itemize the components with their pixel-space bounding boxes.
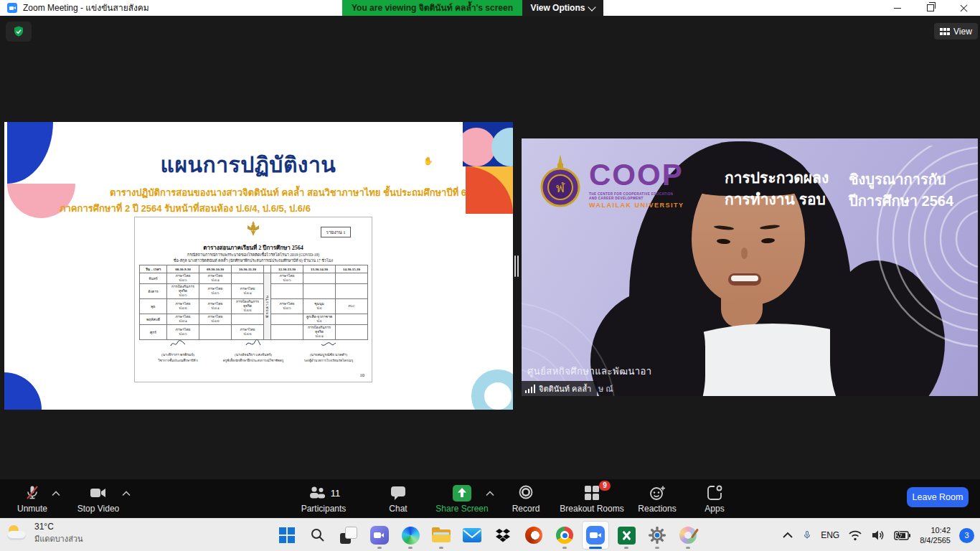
taskbar-dropbox-app[interactable] (490, 522, 516, 549)
apps-button[interactable]: Apps (672, 484, 758, 514)
taskbar-edge-app[interactable] (397, 522, 423, 549)
speaker-video-tile: ฬ COOP THE CENTER FOR COOPERATIVE EDUCAT… (522, 138, 978, 396)
notification-badge[interactable]: 3 (959, 528, 974, 543)
chevron-down-icon (588, 3, 596, 11)
restore-button[interactable] (918, 0, 943, 16)
timetable-cell (336, 284, 368, 299)
tray-chevron-up-icon[interactable] (782, 532, 793, 539)
clock[interactable]: 10:42 8/4/2565 (920, 525, 951, 546)
apps-icon (706, 484, 723, 501)
signature-block: (นางจิราภา พรพิรมย์) วิชาการชั้นประถมศึก… (142, 338, 364, 363)
panel-resize-handle[interactable] (514, 255, 519, 277)
taskbar-mail-app[interactable] (459, 522, 485, 549)
excel-icon (618, 527, 636, 545)
window-titlebar: Zoom Meeting - แข่งขันสายสังคม You are v… (0, 0, 980, 16)
timetable-row: พุธ ภาษาไทย ป.6/6 ภาษาไทย ป.6/4 การป้องก… (140, 299, 368, 314)
signature-2: (นางอัจฉรียา แสงจันทร์) ครูพี่เลี้ยงนักศ… (217, 338, 289, 363)
day-cell: พุธ (140, 299, 167, 314)
taskbar-icons (274, 522, 701, 549)
search-button[interactable] (305, 522, 331, 549)
taskbar-chrome-app[interactable] (552, 522, 578, 549)
header-cell: 10.30-11.30 (232, 265, 264, 273)
timetable-header-row: วัน – เวลา 08.30-9.30 09.30-10.30 10.30-… (140, 265, 368, 273)
speaker-icon[interactable] (871, 529, 885, 542)
stop-video-button[interactable]: Stop Video (55, 484, 141, 514)
chat-bubble-icon (390, 484, 407, 501)
minimize-button[interactable] (885, 0, 910, 16)
view-layout-button[interactable]: View (934, 23, 978, 39)
timetable-cell: ลูกเสือ-ยุวกาชาด ป.6 (303, 314, 336, 325)
meeting-info-shield-button[interactable] (6, 22, 32, 42)
tray-microphone-icon[interactable] (802, 528, 812, 542)
taskbar-office-app[interactable] (521, 522, 547, 549)
timetable-cell: ภาษาไทย ป.6/5 (271, 299, 303, 314)
timetable-cell: PLC (336, 299, 368, 314)
timetable-cell: ภาษาไทย ป.6/4 (199, 273, 232, 284)
close-button[interactable] (951, 0, 976, 16)
day-cell: จันทร์ (140, 273, 167, 284)
taskbar-file-explorer[interactable] (428, 522, 454, 549)
slide-title: แผนการปฏิบัติงาน (4, 148, 492, 182)
view-options-label: View Options (531, 0, 585, 16)
timetable-cell (232, 273, 264, 284)
taskbar-paint-app[interactable] (675, 522, 701, 549)
task-view-icon (340, 527, 357, 544)
weather-text: มีแดดบางส่วน (34, 532, 83, 545)
signature-1: (นางจิราภา พรพิรมย์) วิชาการชั้นประถมศึก… (142, 338, 214, 363)
tray-time: 10:42 (920, 525, 951, 535)
mail-icon (463, 528, 481, 542)
zoom-toolbar: Unmute Stop Video 11 Participants (0, 479, 980, 518)
video-options-chevron[interactable] (122, 491, 131, 496)
participants-button[interactable]: 11 Participants (281, 484, 367, 514)
participants-icon (307, 484, 327, 501)
view-options-button[interactable]: View Options (522, 0, 603, 16)
timetable-cell: ภาษาไทย ป.6/6 (199, 314, 232, 325)
decor-teal-ring (471, 369, 513, 410)
person-teeth (731, 276, 758, 281)
task-view-button[interactable] (336, 522, 362, 549)
weather-widget[interactable]: 31°C มีแดดบางส่วน (7, 522, 83, 545)
signature-scribble-icon (245, 339, 262, 348)
timetable-cell: ภาษาไทย ป.6/5 (271, 273, 303, 284)
doc-page-number: 10 (360, 372, 365, 377)
timetable-cell (336, 273, 368, 284)
timetable-cell: ภาษาไทย ป.6/4 (232, 284, 264, 299)
record-icon (517, 484, 534, 501)
start-button[interactable] (274, 522, 300, 549)
taskbar-settings-app[interactable] (644, 522, 670, 549)
language-indicator[interactable]: ENG (821, 530, 839, 540)
timetable-cell: ภาษาไทย ป.6/6 (167, 299, 199, 314)
paint-icon (679, 527, 697, 544)
taskbar-excel-app[interactable] (613, 522, 639, 549)
wifi-icon[interactable] (848, 529, 862, 541)
taskbar-chat-app[interactable] (367, 522, 392, 549)
slide-subtitle-line2: ภาคการศึกษาที่ 2 ปี 2564 รับหน้าที่สอนห้… (60, 201, 311, 216)
garuda-emblem-icon (248, 221, 259, 237)
doc-covid-line: กรณีสถานการณ์การแพร่ระบาดของโรคติดเชื้อไ… (135, 252, 372, 258)
decor-arc-lines (522, 281, 665, 396)
battery-charging-icon[interactable] (894, 529, 911, 542)
taskbar-zoom-app[interactable] (583, 522, 608, 549)
timetable-row: พฤหัสบดี ภาษาไทย ป.6/4 ภาษาไทย ป.6/6 ลูก… (140, 314, 368, 325)
timetable-cell: การป้องกันการทุจริต ป.6/6 (232, 299, 264, 314)
windows-taskbar: 31°C มีแดดบางส่วน (0, 518, 980, 551)
walailak-emblem-icon: ฬ (540, 154, 580, 209)
timetable-cell: ชุมนุม ป.6 (303, 299, 336, 314)
header-cell: 09.30-10.30 (199, 265, 232, 273)
folder-icon (432, 527, 451, 543)
zoom-icon (586, 526, 605, 545)
header-cell: 12.30-13.30 (271, 265, 303, 273)
timetable-cell: ภาษาไทย ป.6/4 (199, 299, 232, 314)
video-camera-icon (89, 484, 108, 501)
leave-room-button[interactable]: Leave Room (907, 487, 969, 507)
shared-screen-slide: แผนการปฏิบัติงาน ✋ ตารางปฏิบัติการสอนของ… (4, 122, 513, 410)
timetable-document: รายงาน 1 ตารางสอนภาคเรียนที่ 2 ปีการศึกษ… (134, 217, 372, 382)
windows-icon (279, 527, 295, 543)
grid-view-icon (940, 27, 950, 36)
video-footer-fragment: ษ ณ์ (598, 382, 613, 395)
timetable-cell (303, 273, 336, 284)
edge-icon (402, 527, 420, 545)
settings-gear-icon (648, 526, 666, 545)
tray-date: 8/4/2565 (920, 535, 951, 545)
timetable-cell: ภาษาไทย ป.6/5 (167, 273, 199, 284)
